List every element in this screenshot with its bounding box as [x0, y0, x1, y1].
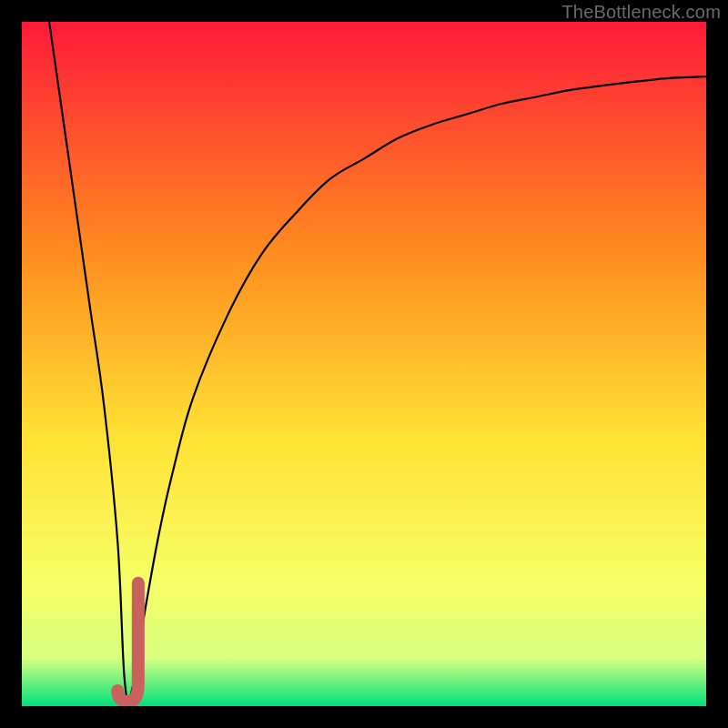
- plot-area: [22, 22, 706, 706]
- chart-canvas: [22, 22, 706, 706]
- chart-frame: TheBottleneck.com: [0, 0, 728, 728]
- watermark-text: TheBottleneck.com: [561, 2, 721, 23]
- gradient-background: [22, 22, 706, 706]
